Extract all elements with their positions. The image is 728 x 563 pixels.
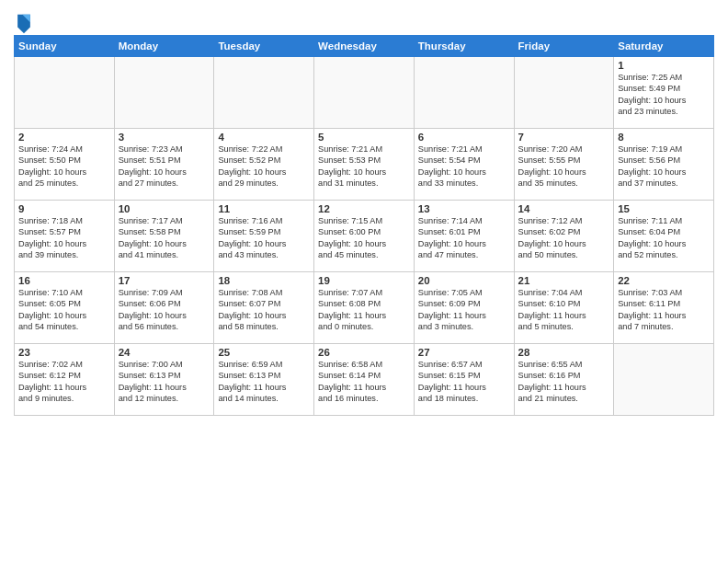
day-info: Sunrise: 7:14 AM Sunset: 6:01 PM Dayligh…: [418, 215, 510, 261]
day-number: 8: [618, 132, 710, 143]
calendar-page: SundayMondayTuesdayWednesdayThursdayFrid…: [0, 0, 728, 563]
day-number: 19: [318, 275, 410, 286]
day-info: Sunrise: 7:24 AM Sunset: 5:50 PM Dayligh…: [18, 144, 110, 190]
calendar-cell: [414, 57, 514, 129]
day-number: 25: [218, 347, 310, 358]
day-info: Sunrise: 7:25 AM Sunset: 5:49 PM Dayligh…: [618, 72, 710, 118]
day-number: 26: [318, 347, 410, 358]
calendar-cell: 8Sunrise: 7:19 AM Sunset: 5:56 PM Daylig…: [614, 129, 714, 201]
day-number: 2: [18, 132, 110, 143]
day-number: 15: [618, 203, 710, 214]
calendar-table: SundayMondayTuesdayWednesdayThursdayFrid…: [14, 35, 714, 416]
day-info: Sunrise: 6:59 AM Sunset: 6:13 PM Dayligh…: [218, 359, 310, 405]
day-number: 9: [18, 203, 110, 214]
day-number: 4: [218, 132, 310, 143]
calendar-cell: 1Sunrise: 7:25 AM Sunset: 5:49 PM Daylig…: [614, 57, 714, 129]
day-number: 18: [218, 275, 310, 286]
calendar-week-row: 1Sunrise: 7:25 AM Sunset: 5:49 PM Daylig…: [15, 57, 714, 129]
col-header-thursday: Thursday: [414, 36, 514, 57]
calendar-cell: 3Sunrise: 7:23 AM Sunset: 5:51 PM Daylig…: [114, 129, 214, 201]
day-number: 14: [518, 203, 610, 214]
calendar-cell: 16Sunrise: 7:10 AM Sunset: 6:05 PM Dayli…: [15, 272, 115, 344]
calendar-week-row: 2Sunrise: 7:24 AM Sunset: 5:50 PM Daylig…: [15, 129, 714, 201]
day-number: 13: [418, 203, 510, 214]
day-number: 11: [218, 203, 310, 214]
calendar-cell: 20Sunrise: 7:05 AM Sunset: 6:09 PM Dayli…: [414, 272, 514, 344]
day-info: Sunrise: 7:10 AM Sunset: 6:05 PM Dayligh…: [18, 287, 110, 333]
day-number: 17: [119, 275, 210, 286]
day-info: Sunrise: 7:08 AM Sunset: 6:07 PM Dayligh…: [218, 287, 310, 333]
calendar-week-row: 9Sunrise: 7:18 AM Sunset: 5:57 PM Daylig…: [15, 201, 714, 272]
day-number: 1: [618, 60, 710, 71]
calendar-cell: [514, 57, 614, 129]
day-info: Sunrise: 7:20 AM Sunset: 5:55 PM Dayligh…: [518, 144, 610, 190]
day-info: Sunrise: 7:15 AM Sunset: 6:00 PM Dayligh…: [318, 215, 410, 261]
calendar-cell: [114, 57, 214, 129]
day-info: Sunrise: 7:19 AM Sunset: 5:56 PM Dayligh…: [618, 144, 710, 190]
calendar-week-row: 16Sunrise: 7:10 AM Sunset: 6:05 PM Dayli…: [15, 272, 714, 344]
day-info: Sunrise: 7:02 AM Sunset: 6:12 PM Dayligh…: [18, 359, 110, 405]
calendar-cell: 22Sunrise: 7:03 AM Sunset: 6:11 PM Dayli…: [614, 272, 714, 344]
calendar-week-row: 23Sunrise: 7:02 AM Sunset: 6:12 PM Dayli…: [15, 344, 714, 416]
calendar-cell: 6Sunrise: 7:21 AM Sunset: 5:54 PM Daylig…: [414, 129, 514, 201]
calendar-cell: 26Sunrise: 6:58 AM Sunset: 6:14 PM Dayli…: [314, 344, 415, 416]
logo: [14, 13, 32, 31]
calendar-cell: 10Sunrise: 7:17 AM Sunset: 5:58 PM Dayli…: [114, 201, 214, 272]
day-info: Sunrise: 7:00 AM Sunset: 6:13 PM Dayligh…: [119, 359, 210, 405]
day-info: Sunrise: 7:18 AM Sunset: 5:57 PM Dayligh…: [18, 215, 110, 261]
calendar-cell: 17Sunrise: 7:09 AM Sunset: 6:06 PM Dayli…: [114, 272, 214, 344]
col-header-monday: Monday: [114, 36, 214, 57]
calendar-header-row: SundayMondayTuesdayWednesdayThursdayFrid…: [15, 36, 714, 57]
logo-text: [14, 13, 32, 35]
day-info: Sunrise: 7:04 AM Sunset: 6:10 PM Dayligh…: [518, 287, 610, 333]
col-header-friday: Friday: [514, 36, 614, 57]
calendar-cell: 24Sunrise: 7:00 AM Sunset: 6:13 PM Dayli…: [114, 344, 214, 416]
day-info: Sunrise: 7:23 AM Sunset: 5:51 PM Dayligh…: [119, 144, 210, 190]
day-info: Sunrise: 7:07 AM Sunset: 6:08 PM Dayligh…: [318, 287, 410, 333]
calendar-cell: 11Sunrise: 7:16 AM Sunset: 5:59 PM Dayli…: [214, 201, 314, 272]
day-number: 24: [119, 347, 210, 358]
calendar-cell: 4Sunrise: 7:22 AM Sunset: 5:52 PM Daylig…: [214, 129, 314, 201]
calendar-cell: 7Sunrise: 7:20 AM Sunset: 5:55 PM Daylig…: [514, 129, 614, 201]
calendar-cell: 15Sunrise: 7:11 AM Sunset: 6:04 PM Dayli…: [614, 201, 714, 272]
day-info: Sunrise: 7:21 AM Sunset: 5:53 PM Dayligh…: [318, 144, 410, 190]
day-info: Sunrise: 7:21 AM Sunset: 5:54 PM Dayligh…: [418, 144, 510, 190]
calendar-cell: 13Sunrise: 7:14 AM Sunset: 6:01 PM Dayli…: [414, 201, 514, 272]
calendar-cell: 19Sunrise: 7:07 AM Sunset: 6:08 PM Dayli…: [314, 272, 415, 344]
calendar-cell: 27Sunrise: 6:57 AM Sunset: 6:15 PM Dayli…: [414, 344, 514, 416]
col-header-saturday: Saturday: [614, 36, 714, 57]
day-number: 16: [18, 275, 110, 286]
day-number: 23: [18, 347, 110, 358]
col-header-tuesday: Tuesday: [214, 36, 314, 57]
calendar-cell: 18Sunrise: 7:08 AM Sunset: 6:07 PM Dayli…: [214, 272, 314, 344]
day-number: 21: [518, 275, 610, 286]
day-info: Sunrise: 7:12 AM Sunset: 6:02 PM Dayligh…: [518, 215, 610, 261]
day-number: 7: [518, 132, 610, 143]
day-number: 27: [418, 347, 510, 358]
col-header-sunday: Sunday: [15, 36, 115, 57]
day-number: 22: [618, 275, 710, 286]
calendar-cell: 14Sunrise: 7:12 AM Sunset: 6:02 PM Dayli…: [514, 201, 614, 272]
calendar-cell: 23Sunrise: 7:02 AM Sunset: 6:12 PM Dayli…: [15, 344, 115, 416]
calendar-cell: 5Sunrise: 7:21 AM Sunset: 5:53 PM Daylig…: [314, 129, 415, 201]
day-info: Sunrise: 6:58 AM Sunset: 6:14 PM Dayligh…: [318, 359, 410, 405]
calendar-cell: 12Sunrise: 7:15 AM Sunset: 6:00 PM Dayli…: [314, 201, 415, 272]
day-number: 10: [119, 203, 210, 214]
calendar-cell: [15, 57, 115, 129]
day-info: Sunrise: 7:03 AM Sunset: 6:11 PM Dayligh…: [618, 287, 710, 333]
day-info: Sunrise: 7:16 AM Sunset: 5:59 PM Dayligh…: [218, 215, 310, 261]
day-info: Sunrise: 6:57 AM Sunset: 6:15 PM Dayligh…: [418, 359, 510, 405]
day-number: 5: [318, 132, 410, 143]
day-info: Sunrise: 7:09 AM Sunset: 6:06 PM Dayligh…: [119, 287, 210, 333]
calendar-cell: 21Sunrise: 7:04 AM Sunset: 6:10 PM Dayli…: [514, 272, 614, 344]
calendar-cell: 9Sunrise: 7:18 AM Sunset: 5:57 PM Daylig…: [15, 201, 115, 272]
calendar-cell: 25Sunrise: 6:59 AM Sunset: 6:13 PM Dayli…: [214, 344, 314, 416]
col-header-wednesday: Wednesday: [314, 36, 415, 57]
day-info: Sunrise: 7:17 AM Sunset: 5:58 PM Dayligh…: [119, 215, 210, 261]
day-number: 3: [119, 132, 210, 143]
calendar-cell: 2Sunrise: 7:24 AM Sunset: 5:50 PM Daylig…: [15, 129, 115, 201]
calendar-cell: [214, 57, 314, 129]
day-info: Sunrise: 6:55 AM Sunset: 6:16 PM Dayligh…: [518, 359, 610, 405]
day-info: Sunrise: 7:05 AM Sunset: 6:09 PM Dayligh…: [418, 287, 510, 333]
day-number: 28: [518, 347, 610, 358]
